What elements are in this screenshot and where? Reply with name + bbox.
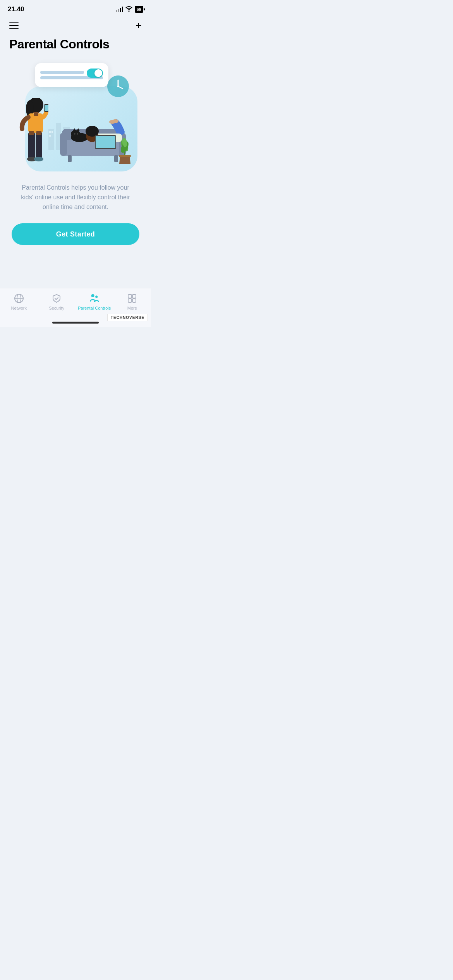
parental-controls-icon [89, 293, 100, 304]
tab-security[interactable]: Security [38, 293, 76, 310]
clock-icon [106, 75, 130, 98]
plant-icon [116, 135, 134, 164]
tab-more[interactable]: More [113, 293, 151, 310]
svg-rect-10 [45, 105, 48, 111]
svg-point-52 [91, 294, 94, 297]
more-icon [127, 293, 137, 304]
tab-network[interactable]: Network [0, 293, 38, 310]
status-bar: 21.40 69 [0, 0, 151, 17]
tab-more-label: More [127, 306, 137, 310]
svg-rect-11 [28, 132, 35, 159]
tab-security-label: Security [49, 306, 64, 310]
svg-rect-16 [36, 131, 41, 135]
svg-rect-47 [51, 131, 53, 133]
security-icon [51, 293, 62, 304]
svg-rect-57 [132, 299, 136, 302]
status-icons: 69 [116, 6, 143, 13]
signal-icon [116, 7, 123, 12]
svg-rect-46 [49, 131, 51, 133]
svg-point-27 [74, 134, 76, 135]
add-button[interactable]: + [136, 20, 142, 31]
parent-figure [14, 98, 48, 168]
toggle-switch [87, 69, 103, 78]
svg-rect-8 [34, 112, 38, 116]
svg-point-30 [109, 120, 115, 124]
svg-rect-19 [60, 133, 67, 156]
svg-rect-15 [29, 131, 34, 135]
svg-point-28 [77, 134, 78, 135]
home-indicator [52, 322, 99, 324]
svg-point-53 [95, 296, 98, 298]
wifi-icon [125, 6, 132, 13]
svg-rect-7 [28, 113, 43, 133]
svg-rect-56 [128, 299, 132, 302]
tab-parental-controls[interactable]: Parental Controls [76, 293, 113, 310]
description-text: Parental Controls helps you follow your … [0, 175, 151, 223]
watermark: TECHNOVERSE [107, 314, 148, 321]
svg-rect-55 [132, 295, 136, 298]
svg-rect-35 [96, 136, 115, 148]
illustration-scene [14, 63, 137, 171]
toggle-card-line1 [40, 71, 84, 74]
svg-point-33 [86, 126, 99, 137]
illustration-container [0, 59, 151, 175]
svg-rect-54 [128, 295, 132, 298]
toggle-knob [94, 69, 102, 77]
svg-point-14 [34, 157, 43, 161]
battery-icon: 69 [135, 6, 143, 13]
top-nav: + [0, 17, 151, 37]
page-title: Parental Controls [0, 37, 151, 59]
tab-parental-controls-label: Parental Controls [78, 306, 111, 310]
network-icon [14, 293, 24, 304]
svg-rect-36 [119, 155, 131, 157]
svg-rect-12 [36, 132, 42, 159]
toggle-card [35, 63, 108, 87]
tab-network-label: Network [11, 306, 27, 310]
status-time: 21.40 [8, 5, 24, 13]
menu-button[interactable] [9, 22, 19, 29]
get-started-button[interactable]: Get Started [12, 223, 139, 245]
svg-rect-48 [49, 135, 51, 137]
svg-rect-21 [68, 155, 72, 162]
